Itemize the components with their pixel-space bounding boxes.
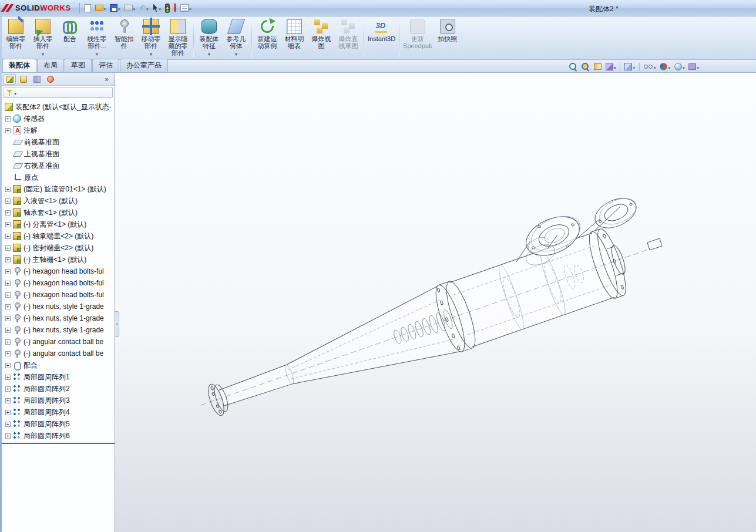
- ribbon-button-take-snapshot[interactable]: 拍快照: [434, 17, 461, 59]
- expand-icon[interactable]: [5, 187, 11, 192]
- ribbon-button-new-motion-study[interactable]: 新建运 动算例: [254, 17, 281, 59]
- ribbon-button-reference-geometry[interactable]: 参考几 何体: [223, 17, 250, 59]
- tree-item-pattern-2[interactable]: 局部圆周阵列2: [2, 383, 115, 395]
- configurationmanager-tab[interactable]: [31, 74, 43, 85]
- expand-icon[interactable]: [5, 398, 11, 403]
- expand-icon[interactable]: [5, 116, 11, 122]
- expand-icon[interactable]: [5, 422, 11, 427]
- hide-show-items-button[interactable]: [643, 61, 657, 72]
- expand-icon[interactable]: [5, 257, 11, 262]
- tree-item-assembly-root[interactable]: 装配体2 (默认<默认_显示状态-: [2, 101, 115, 113]
- panel-expand-button[interactable]: [100, 74, 113, 85]
- expand-icon[interactable]: [5, 222, 11, 227]
- tree-item-component-5[interactable]: (-) 密封端盖<2> (默认): [2, 242, 115, 254]
- zoom-area-button[interactable]: [580, 61, 591, 72]
- rebuild-button[interactable]: [164, 2, 171, 14]
- propertymanager-tab[interactable]: [17, 74, 29, 85]
- expand-icon[interactable]: [5, 198, 11, 204]
- ribbon-button-edit-component[interactable]: 编辑零 部件: [2, 17, 29, 59]
- tree-item-component-4[interactable]: (-) 轴承端盖<2> (默认): [2, 230, 115, 242]
- panel-collapse-handle[interactable]: [115, 311, 119, 337]
- tree-item-pattern-3[interactable]: 局部圆周阵列3: [2, 395, 115, 406]
- tree-splitter[interactable]: [2, 443, 115, 444]
- tree-item-nut-0[interactable]: (-) hex nuts, style 1-grade: [2, 301, 115, 312]
- tab-office-products[interactable]: 办公室产品: [120, 59, 168, 72]
- ribbon-button-instant3d[interactable]: Instant3D: [366, 17, 397, 59]
- edit-appearance-button[interactable]: [658, 61, 671, 72]
- undo-button[interactable]: [138, 2, 149, 14]
- expand-icon[interactable]: [5, 433, 11, 439]
- expand-icon[interactable]: [5, 210, 11, 216]
- expand-icon[interactable]: [5, 363, 11, 368]
- ribbon-button-bom[interactable]: 材料明 细表: [281, 17, 308, 59]
- expand-icon[interactable]: [5, 410, 11, 415]
- ribbon-button-move-component[interactable]: 移动零 部件: [137, 17, 164, 59]
- tree-item-nut-1[interactable]: (-) hex nuts, style 1-grade: [2, 312, 115, 324]
- tree-item-mates[interactable]: 配合: [2, 359, 115, 371]
- tree-item-component-0[interactable]: (固定) 旋流管01<1> (默认): [2, 183, 115, 195]
- ribbon-button-explode-line-sketch[interactable]: 爆炸直 线草图: [335, 17, 362, 59]
- tab-evaluate[interactable]: 评估: [92, 59, 119, 72]
- expand-icon[interactable]: [5, 269, 11, 274]
- graphics-viewport[interactable]: [115, 73, 756, 532]
- zoom-fit-button[interactable]: [568, 61, 579, 72]
- ribbon-button-exploded-view[interactable]: 爆炸视 图: [308, 17, 335, 59]
- expand-icon[interactable]: [5, 281, 11, 286]
- expand-icon[interactable]: [5, 292, 11, 298]
- tree-item-bearing-0[interactable]: (-) angular contact ball be: [2, 336, 115, 348]
- save-button[interactable]: [109, 2, 122, 14]
- expand-icon[interactable]: [5, 339, 11, 345]
- tree-item-top-plane[interactable]: 上视基准面: [2, 148, 115, 160]
- ribbon-button-mate[interactable]: 配合: [56, 17, 83, 59]
- tree-item-pattern-1[interactable]: 局部圆周阵列1: [2, 371, 115, 383]
- tree-item-nut-2[interactable]: (-) hex nuts, style 1-grade: [2, 324, 115, 336]
- tree-item-bolt-0[interactable]: (-) hexagon head bolts-ful: [2, 265, 115, 277]
- display-style-button[interactable]: [623, 61, 636, 72]
- expand-icon[interactable]: [5, 234, 11, 239]
- tree-item-bolt-2[interactable]: (-) hexagon head bolts-ful: [2, 289, 115, 301]
- tree-item-bearing-1[interactable]: (-) angular contact ball be: [2, 348, 115, 359]
- expand-icon[interactable]: [5, 375, 11, 380]
- view-settings-button[interactable]: [687, 61, 700, 72]
- ribbon-button-linear-pattern[interactable]: 线性零 部件...: [83, 17, 110, 59]
- ribbon-button-update-speedpak[interactable]: 更新 Speedpak: [401, 17, 434, 59]
- view-orientation-button[interactable]: [604, 61, 617, 72]
- tree-item-origin[interactable]: 原点: [2, 171, 115, 183]
- ribbon-button-smart-fastener[interactable]: 智能扣 件: [110, 17, 137, 59]
- ribbon-button-show-hidden[interactable]: 显示隐 藏的零 部件: [164, 17, 191, 59]
- expand-icon[interactable]: [5, 328, 11, 333]
- tab-sketch[interactable]: 草图: [65, 59, 92, 72]
- select-button[interactable]: [152, 2, 163, 14]
- ribbon-button-assembly-features[interactable]: 装配体 特征: [196, 17, 223, 59]
- assembly-3d-model[interactable]: [115, 73, 756, 532]
- tree-item-pattern-4[interactable]: 局部圆周阵列4: [2, 406, 115, 418]
- tab-layout[interactable]: 布局: [37, 59, 64, 72]
- tab-assembly[interactable]: 装配体: [2, 59, 36, 72]
- tree-item-component-6[interactable]: (-) 主轴栅<1> (默认): [2, 254, 115, 265]
- tree-item-pattern-5[interactable]: 局部圆周阵列5: [2, 418, 115, 430]
- tree-item-component-1[interactable]: 入液管<1> (默认): [2, 195, 115, 207]
- expand-icon[interactable]: [5, 128, 11, 133]
- expand-icon[interactable]: [5, 316, 11, 321]
- tree-item-pattern-6[interactable]: 局部圆周阵列6: [2, 430, 115, 442]
- print-button[interactable]: [123, 2, 137, 14]
- ribbon-button-insert-component[interactable]: 插入零 部件: [29, 17, 56, 59]
- tree-item-right-plane[interactable]: 右视基准面: [2, 160, 115, 171]
- expand-icon[interactable]: [5, 351, 11, 356]
- options-button[interactable]: [179, 2, 193, 14]
- edit-color-button[interactable]: [173, 2, 177, 14]
- new-document-button[interactable]: [83, 2, 92, 14]
- tree-item-sensors[interactable]: 传感器: [2, 113, 115, 124]
- expand-icon[interactable]: [5, 386, 11, 392]
- tree-filter[interactable]: [4, 87, 113, 98]
- expand-icon[interactable]: [5, 245, 11, 251]
- expand-icon[interactable]: [5, 304, 11, 309]
- displaymanager-tab[interactable]: [44, 74, 56, 85]
- tree-item-annotations[interactable]: 注解: [2, 124, 115, 136]
- apply-scene-button[interactable]: [673, 61, 686, 72]
- section-view-button[interactable]: [593, 61, 603, 72]
- featuremanager-tab[interactable]: [4, 74, 16, 85]
- tree-item-bolt-1[interactable]: (-) hexagon head bolts-ful: [2, 277, 115, 289]
- tree-item-component-2[interactable]: 轴承套<1> (默认): [2, 207, 115, 218]
- tree-item-front-plane[interactable]: 前视基准面: [2, 136, 115, 148]
